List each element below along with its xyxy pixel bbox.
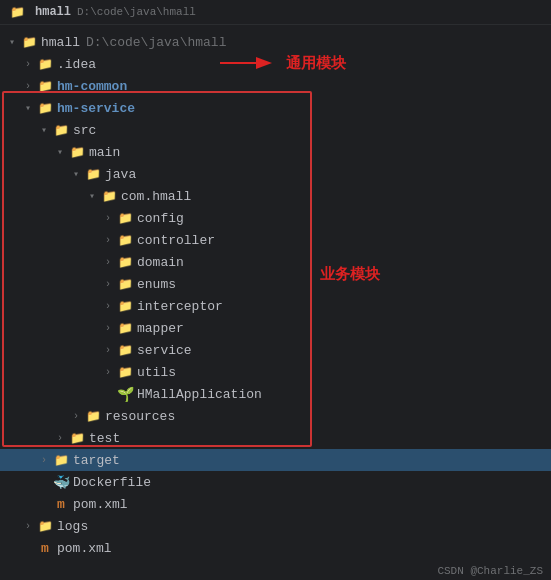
tree-item-logs[interactable]: 📁 logs <box>0 515 551 537</box>
tree-item-resources[interactable]: 📁 resources <box>0 405 551 427</box>
chevron-java <box>68 166 84 182</box>
chevron-mapper <box>100 320 116 336</box>
folder-icon-main: 📁 <box>68 144 86 160</box>
spring-icon-hmall-application: 🌱 <box>116 386 134 402</box>
folder-icon-header: 📁 <box>8 4 26 20</box>
label-enums: enums <box>137 277 176 292</box>
chevron-config <box>100 210 116 226</box>
chevron-resources <box>68 408 84 424</box>
chevron-service <box>100 342 116 358</box>
chevron-target <box>36 452 52 468</box>
label-hmall-path: D:\code\java\hmall <box>86 35 226 50</box>
tree-item-controller[interactable]: 📁 controller <box>0 229 551 251</box>
chevron-com-hmall <box>84 188 100 204</box>
bottom-bar: CSDN @Charlie_ZS <box>429 562 551 580</box>
label-src: src <box>73 123 96 138</box>
folder-icon-utils: 📁 <box>116 364 134 380</box>
label-utils: utils <box>137 365 176 380</box>
annotation-common-text: 通用模块 <box>286 54 346 73</box>
tree-item-hmall-application[interactable]: 🌱 HMallApplication <box>0 383 551 405</box>
chevron-pom-service <box>36 496 52 512</box>
folder-icon-resources: 📁 <box>84 408 102 424</box>
project-path: D:\code\java\hmall <box>77 6 196 18</box>
label-interceptor: interceptor <box>137 299 223 314</box>
folder-icon-hmall: 📁 <box>20 34 38 50</box>
label-domain: domain <box>137 255 184 270</box>
chevron-enums <box>100 276 116 292</box>
chevron-domain <box>100 254 116 270</box>
label-hm-service: hm-service <box>57 101 135 116</box>
tree-item-dockerfile[interactable]: 🐳 Dockerfile <box>0 471 551 493</box>
tree-item-utils[interactable]: 📁 utils <box>0 361 551 383</box>
folder-icon-interceptor: 📁 <box>116 298 134 314</box>
tree-item-mapper[interactable]: 📁 mapper <box>0 317 551 339</box>
folder-icon-java: 📁 <box>84 166 102 182</box>
tree-item-test[interactable]: 📁 test <box>0 427 551 449</box>
label-pom-root: pom.xml <box>57 541 112 556</box>
chevron-hm-service <box>20 100 36 116</box>
label-logs: logs <box>57 519 88 534</box>
bottom-bar-text: CSDN @Charlie_ZS <box>437 565 543 577</box>
label-pom-service: pom.xml <box>73 497 128 512</box>
label-test: test <box>89 431 120 446</box>
xml-icon-pom-root: m <box>36 540 54 556</box>
folder-icon-com-hmall: 📁 <box>100 188 118 204</box>
folder-icon-target: 📁 <box>52 452 70 468</box>
folder-icon-enums: 📁 <box>116 276 134 292</box>
chevron-hmall <box>4 34 20 50</box>
tree-item-hm-common[interactable]: 📁 hm-common <box>0 75 551 97</box>
tree-item-src[interactable]: 📁 src <box>0 119 551 141</box>
label-hmall: hmall <box>41 35 80 50</box>
chevron-idea <box>20 56 36 72</box>
label-controller: controller <box>137 233 215 248</box>
chevron-main <box>52 144 68 160</box>
folder-icon-hm-common: 📁 <box>36 78 54 94</box>
folder-icon-config: 📁 <box>116 210 134 226</box>
label-resources: resources <box>105 409 175 424</box>
folder-icon-src: 📁 <box>52 122 70 138</box>
chevron-utils <box>100 364 116 380</box>
tree-item-com-hmall[interactable]: 📁 com.hmall <box>0 185 551 207</box>
tree-item-interceptor[interactable]: 📁 interceptor <box>0 295 551 317</box>
annotation-business: 业务模块 <box>320 265 380 284</box>
folder-icon-hm-service: 📁 <box>36 100 54 116</box>
tree-item-java[interactable]: 📁 java <box>0 163 551 185</box>
tree-item-service[interactable]: 📁 service <box>0 339 551 361</box>
folder-icon-domain: 📁 <box>116 254 134 270</box>
tree-item-config[interactable]: 📁 config <box>0 207 551 229</box>
xml-icon-pom-service: m <box>52 496 70 512</box>
chevron-logs <box>20 518 36 534</box>
dockerfile-icon: 🐳 <box>52 474 70 490</box>
folder-icon-idea: 📁 <box>36 56 54 72</box>
tree-item-target[interactable]: 📁 target <box>0 449 551 471</box>
label-service: service <box>137 343 192 358</box>
chevron-interceptor <box>100 298 116 314</box>
header-bar: 📁 hmall D:\code\java\hmall <box>0 0 551 25</box>
label-target: target <box>73 453 120 468</box>
folder-icon-logs: 📁 <box>36 518 54 534</box>
chevron-hm-common <box>20 78 36 94</box>
tree-item-pom-service[interactable]: m pom.xml <box>0 493 551 515</box>
tree-item-pom-root[interactable]: m pom.xml <box>0 537 551 559</box>
arrow-common-icon <box>220 53 280 73</box>
tree-item-domain[interactable]: 📁 domain <box>0 251 551 273</box>
tree-item-hm-service[interactable]: 📁 hm-service <box>0 97 551 119</box>
folder-icon-test: 📁 <box>68 430 86 446</box>
project-name: hmall <box>35 5 71 19</box>
folder-icon-controller: 📁 <box>116 232 134 248</box>
chevron-src <box>36 122 52 138</box>
label-main: main <box>89 145 120 160</box>
folder-icon-mapper: 📁 <box>116 320 134 336</box>
tree-item-main[interactable]: 📁 main <box>0 141 551 163</box>
label-dockerfile: Dockerfile <box>73 475 151 490</box>
chevron-pom-root <box>20 540 36 556</box>
label-mapper: mapper <box>137 321 184 336</box>
tree-item-enums[interactable]: 📁 enums <box>0 273 551 295</box>
annotation-common: 通用模块 <box>220 53 346 73</box>
chevron-test <box>52 430 68 446</box>
label-com-hmall: com.hmall <box>121 189 191 204</box>
chevron-controller <box>100 232 116 248</box>
label-java: java <box>105 167 136 182</box>
file-tree: 📁 hmall D:\code\java\hmall 📁 .idea 📁 hm-… <box>0 25 551 565</box>
tree-item-hmall[interactable]: 📁 hmall D:\code\java\hmall <box>0 31 551 53</box>
